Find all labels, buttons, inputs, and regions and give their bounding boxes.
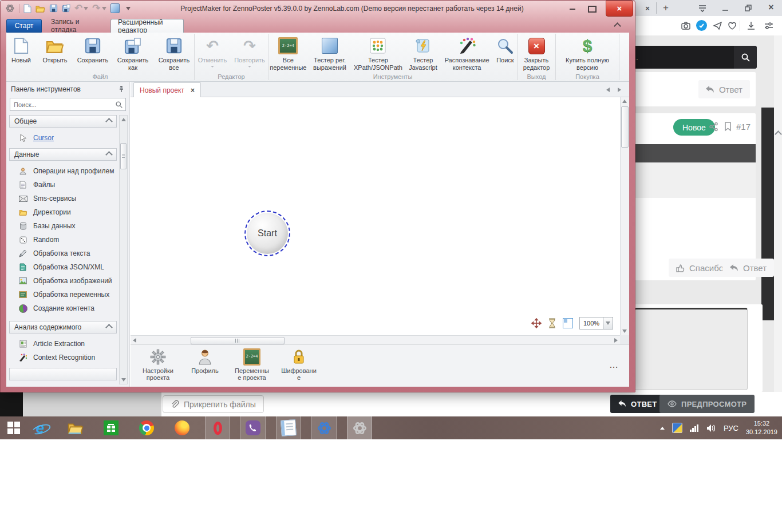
language-indicator[interactable]: РУС — [724, 424, 738, 432]
reply-link-button[interactable]: Ответ — [698, 80, 750, 98]
tab-record-debug[interactable]: Запись и отладка — [44, 19, 109, 33]
project-variables-button[interactable]: 2-2=4 Переменные проекта — [232, 346, 271, 382]
all-variables-button[interactable]: 2-2=4 Все переменные — [268, 35, 308, 71]
scroll-down-icon[interactable] — [622, 329, 627, 333]
volume-icon[interactable] — [706, 424, 716, 432]
toolbox-item-databases[interactable]: Базы данных — [9, 219, 117, 233]
taskbar-viber[interactable] — [240, 416, 266, 439]
project-tab[interactable]: Новый проект — [133, 82, 201, 97]
tab-start[interactable]: Старт — [6, 19, 42, 33]
js-tester-button[interactable]: Тестер Javascript — [406, 35, 441, 71]
start-node[interactable]: Start — [244, 211, 290, 256]
network-signal-icon[interactable] — [690, 424, 699, 432]
toolbox-scrollbar[interactable] — [119, 115, 128, 384]
profile-button[interactable]: Профиль — [185, 346, 224, 382]
toolbox-item-profile-operations[interactable]: Операции над профилем — [9, 164, 117, 178]
toolbox-item-directories[interactable]: Директории — [9, 205, 117, 219]
badge-check-icon[interactable] — [696, 20, 707, 31]
toolbox-item-files[interactable]: Файлы — [9, 178, 117, 192]
redo-button[interactable]: ↷ Повторить — [231, 35, 268, 69]
toolbox-item-variable-processing[interactable]: Обработка переменных — [9, 288, 117, 301]
share-icon[interactable] — [709, 122, 718, 132]
minimize-button[interactable] — [565, 4, 580, 14]
reply-cta-button[interactable]: ОТВЕТ — [610, 395, 665, 413]
scroll-thumb[interactable] — [621, 106, 629, 148]
browser-restore-icon[interactable] — [743, 3, 753, 13]
attach-files-button[interactable]: Прикрепить файлы — [163, 395, 264, 413]
taskbar-microsoft-store[interactable] — [98, 416, 124, 439]
thanks-button[interactable]: Спасибо — [669, 259, 731, 277]
more-options-button[interactable]: … — [609, 360, 619, 370]
collapse-ribbon-icon[interactable] — [614, 22, 621, 30]
toolbox-group-content-analysis[interactable]: Анализ содержимого — [9, 321, 117, 334]
qat-customize-icon[interactable] — [126, 7, 131, 10]
zoom-dropdown-button[interactable] — [603, 317, 613, 329]
search-icon[interactable] — [115, 101, 123, 109]
regex-tester-button[interactable]: Тестер рег. выражений — [309, 35, 351, 71]
xpath-tester-button[interactable]: Тестер XPath/JSONPath — [351, 35, 404, 71]
save-button[interactable]: Сохранить — [74, 35, 112, 71]
undo-dropdown-icon[interactable] — [84, 7, 88, 10]
pin-icon[interactable] — [118, 86, 125, 93]
hourglass-icon[interactable] — [548, 318, 556, 328]
scroll-up-icon[interactable] — [622, 100, 627, 103]
toolbox-search[interactable] — [10, 98, 126, 111]
reply-editor[interactable] — [634, 308, 748, 390]
taskbar-notes-app[interactable] — [276, 416, 301, 439]
tab-scroll-right-icon[interactable] — [618, 88, 621, 92]
toolbox-item-sms-services[interactable]: Sms-сервисы — [9, 192, 117, 205]
start-button[interactable] — [1, 416, 26, 439]
reply-button[interactable]: Ответ — [722, 259, 774, 277]
redo-dropdown-icon[interactable] — [102, 7, 106, 10]
toolbox-item-image-processing[interactable]: Обработка изображений — [9, 274, 117, 288]
browser-close-icon[interactable] — [766, 2, 776, 13]
maximize-button[interactable] — [584, 4, 599, 14]
project-settings-button[interactable]: Настройки проекта — [139, 346, 177, 382]
browser-tab-close-icon[interactable] — [642, 3, 653, 13]
clock[interactable]: 15:32 30.12.2019 — [746, 419, 777, 436]
save-as-button[interactable]: Сохранить как — [113, 35, 153, 71]
post-number[interactable]: #17 — [736, 122, 751, 132]
close-editor-button[interactable]: Закрыть редактор — [519, 35, 554, 71]
context-recognition-button[interactable]: Распознавание контекста — [441, 35, 492, 71]
bookmarks-heart-icon[interactable] — [727, 21, 737, 31]
minimap-icon[interactable] — [563, 318, 573, 328]
taskbar-file-explorer[interactable] — [63, 416, 88, 439]
taskbar-zennoposter[interactable] — [311, 416, 337, 439]
toolbox-group-data[interactable]: Данные — [9, 148, 117, 161]
taskbar-opera[interactable] — [205, 416, 230, 439]
hidden-icons-icon[interactable] — [660, 427, 665, 430]
canvas-vertical-scrollbar[interactable] — [620, 97, 629, 335]
item-label[interactable]: Cursor — [33, 134, 54, 142]
browser-minimize-icon[interactable] — [720, 3, 730, 13]
downloads-icon[interactable] — [746, 21, 756, 31]
close-tab-icon[interactable] — [191, 86, 195, 94]
save-all-button[interactable]: Сохранить все — [154, 35, 194, 71]
save-as-icon[interactable] — [62, 4, 70, 13]
browser-view-icon[interactable] — [110, 3, 120, 13]
language-bar-icon[interactable] — [672, 423, 682, 433]
toolbox-item-article-extraction[interactable]: Article Extraction — [9, 337, 117, 351]
tab-advanced-editor[interactable]: Расширенный редактор — [110, 19, 184, 33]
buy-full-version-button[interactable]: $ Купить полную версию — [560, 35, 615, 71]
close-button[interactable] — [606, 1, 633, 17]
browser-scrollbar[interactable] — [774, 35, 782, 392]
toolbox-item-content-creation[interactable]: Создание контента — [9, 301, 117, 315]
encryption-button[interactable]: Шифрование — [279, 346, 318, 382]
scroll-thumb[interactable] — [120, 143, 127, 169]
taskbar-chrome[interactable] — [134, 416, 159, 439]
new-document-icon[interactable] — [23, 4, 31, 13]
flow-canvas[interactable]: Start — [131, 97, 620, 335]
forum-search-button[interactable] — [734, 46, 757, 69]
toolbox-item-cursor[interactable]: Cursor — [9, 131, 117, 145]
preview-cta-button[interactable]: ПРЕДПРОСМОТР — [659, 395, 755, 413]
open-folder-icon[interactable] — [35, 5, 45, 13]
bookmark-icon[interactable] — [724, 121, 732, 132]
scroll-thumb[interactable] — [191, 337, 285, 344]
toolbox-item-random[interactable]: Random — [9, 233, 117, 247]
new-tab-button[interactable] — [661, 2, 671, 13]
undo-button[interactable]: ↶ Отменить — [195, 35, 230, 69]
toolbox-search-input[interactable] — [10, 101, 115, 108]
redo-icon[interactable]: ↷ — [92, 3, 100, 13]
search-button[interactable]: Поиск — [493, 35, 517, 71]
